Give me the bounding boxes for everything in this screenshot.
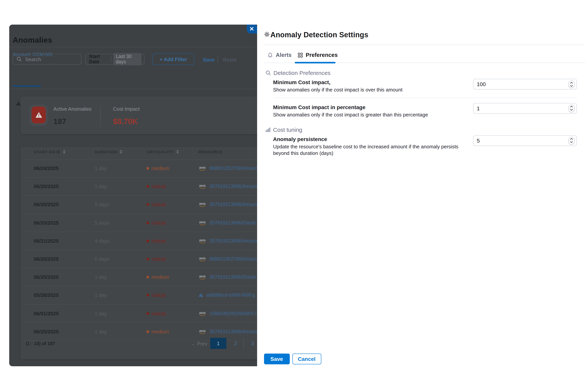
- table-row[interactable]: 05/28/2025 1 day critical aws a9999bcd-e…: [20, 286, 257, 304]
- stepper-icon[interactable]: [568, 136, 574, 144]
- sort-icon[interactable]: [63, 150, 66, 154]
- aws-icon: aws: [198, 220, 206, 226]
- criticality-label: medium: [152, 274, 169, 280]
- start-date-filter[interactable]: Start Date Last 30 days: [85, 54, 144, 64]
- pagination-range: (1 - 10) of 187: [26, 341, 55, 346]
- tab-preferences[interactable]: Preferences: [298, 52, 338, 58]
- criticality-cell: critical: [146, 184, 166, 190]
- table-row[interactable]: 06/21/2025 4 days critical aws 357919113…: [20, 232, 257, 250]
- min-cost-impact-input[interactable]: [473, 79, 577, 90]
- table-row[interactable]: 06/01/2025 1 day critical aws 1589349290…: [20, 304, 257, 323]
- criticality-label: critical: [152, 238, 166, 244]
- criticality-dot-icon: [146, 258, 149, 260]
- resource-cell: aws a9999bcd-e999-999f-g: [198, 293, 255, 298]
- pagination-page-3[interactable]: 3: [248, 338, 257, 349]
- aws-icon: aws: [198, 256, 206, 262]
- start-date-cell: 06/20/2025: [34, 202, 58, 208]
- drawer-title: Anomaly Detection Settings: [270, 30, 368, 39]
- table-row[interactable]: 06/20/2025 5 days critical aws 868001352…: [20, 250, 257, 268]
- search-box[interactable]: [12, 54, 81, 64]
- resource-link[interactable]: 357919113896/Amazon: [210, 329, 257, 334]
- stepper-icon[interactable]: [568, 80, 574, 88]
- column-header-duration[interactable]: DURATION: [95, 148, 122, 156]
- close-button[interactable]: [246, 24, 257, 34]
- column-header-criticality[interactable]: CRITICALITY: [146, 148, 179, 156]
- duration-cell: 5 days: [95, 256, 110, 262]
- criticality-dot-icon: [146, 167, 149, 170]
- resource-link[interactable]: 357919113896/Elastic Lo: [210, 220, 257, 226]
- criticality-dot-icon: [146, 276, 149, 278]
- start-date-cell: 06/25/2025: [34, 329, 58, 334]
- anomaly-persistence-label: Anomaly persistence: [273, 136, 327, 142]
- pagination-prev-button[interactable]: ← Prev: [190, 341, 207, 347]
- stepper-icon[interactable]: [568, 104, 574, 112]
- start-date-cell: 06/21/2025: [34, 238, 58, 244]
- screen: Account: CCM-NG Anomalies Start Date Las…: [0, 0, 588, 392]
- start-date-value[interactable]: Last 30 days: [114, 53, 142, 65]
- duration-cell: 1 day: [95, 310, 107, 316]
- criticality-label: critical: [152, 292, 166, 298]
- resource-link[interactable]: 158934929029/AWS Co: [210, 311, 257, 316]
- pagination-page-2[interactable]: 2: [231, 338, 240, 349]
- duration-cell: 1 day: [95, 329, 107, 334]
- resource-cell: aws 357919113896/Amazon: [198, 329, 257, 334]
- min-cost-impact-field: [473, 79, 577, 90]
- min-cost-percent-label: Minimum Cost impact in percentage: [273, 104, 366, 110]
- search-input[interactable]: [24, 56, 94, 62]
- resource-link[interactable]: 357919113896/Amazon: [210, 238, 257, 244]
- table-row[interactable]: 06/24/2025 1 day medium aws 868001352780…: [20, 160, 257, 178]
- resource-cell: aws 158934929029/AWS Co: [198, 311, 257, 316]
- resource-cell: aws 868001352780/Amazon: [198, 256, 257, 262]
- resource-cell: aws 357919113896/Elastic Lo: [198, 220, 257, 226]
- save-button[interactable]: Save: [264, 354, 290, 364]
- resource-link[interactable]: 357919113896/Amazon: [210, 184, 257, 189]
- summary-card: Active Anomalies 187 Cost Impact $8.70K: [20, 96, 257, 134]
- add-filter-button[interactable]: + Add Filter: [152, 54, 194, 65]
- aws-icon: aws: [198, 166, 206, 171]
- cancel-button[interactable]: Cancel: [292, 354, 321, 364]
- pagination-page-1[interactable]: 1: [210, 338, 226, 349]
- grid-icon: [298, 52, 303, 58]
- preferences-tab-underline: [295, 62, 336, 63]
- filter-save-button[interactable]: Save: [203, 57, 215, 62]
- tabs-divider: [9, 89, 257, 89]
- table-row[interactable]: 06/20/2025 5 days critical aws 357919113…: [20, 214, 257, 232]
- duration-cell: 5 days: [95, 202, 110, 208]
- criticality-cell: critical: [146, 202, 166, 208]
- resource-link[interactable]: a9999bcd-e999-999f-g: [206, 293, 255, 298]
- resource-link[interactable]: 868001352780/Amazon: [210, 256, 257, 262]
- tab-alerts[interactable]: Alerts: [267, 52, 292, 58]
- start-date-cell: 06/20/2025: [34, 220, 58, 226]
- min-cost-percent-input[interactable]: [473, 103, 577, 114]
- gear-icon: [264, 32, 270, 37]
- anomaly-persistence-description: Update the resource's baseline cost to t…: [273, 143, 467, 156]
- tab-alerts-label: Alerts: [276, 52, 292, 58]
- anomaly-persistence-input[interactable]: [473, 135, 577, 146]
- resource-link[interactable]: 357919113896/Elastic L: [210, 274, 257, 280]
- filter-reset-button[interactable]: Reset: [223, 57, 236, 62]
- resource-link[interactable]: 868001352780/Amazon: [210, 166, 257, 171]
- criticality-cell: critical: [146, 238, 166, 244]
- summary-divider: [100, 106, 101, 126]
- resource-link[interactable]: 357919113896/Amazon: [210, 202, 257, 207]
- aws-icon: aws: [198, 238, 206, 244]
- tab-preferences-label: Preferences: [306, 52, 338, 58]
- azure-icon: [198, 293, 203, 298]
- table-row[interactable]: 06/20/2025 5 days critical aws 357919113…: [20, 196, 257, 214]
- criticality-label: critical: [152, 310, 166, 316]
- search-icon: [16, 56, 22, 62]
- sort-icon[interactable]: [176, 150, 179, 154]
- start-date-cell: 05/28/2025: [34, 292, 58, 298]
- sort-icon[interactable]: [120, 150, 122, 154]
- duration-cell: 4 days: [95, 238, 110, 244]
- criticality-dot-icon: [146, 240, 149, 242]
- table-row[interactable]: 06/25/2025 1 day medium aws 357919113896…: [20, 268, 257, 286]
- criticality-cell: critical: [146, 310, 166, 316]
- column-header-start-date[interactable]: START DATE: [34, 148, 66, 156]
- start-date-divider: [111, 56, 111, 62]
- resource-cell: aws 868001352780/Amazon: [198, 166, 257, 171]
- duration-cell: 1 day: [95, 292, 107, 298]
- table-row[interactable]: 06/20/2025 1 day critical aws 3579191138…: [20, 178, 257, 196]
- anomaly-settings-drawer: Anomaly Detection Settings Alerts Prefer…: [257, 0, 588, 392]
- criticality-cell: medium: [146, 274, 169, 280]
